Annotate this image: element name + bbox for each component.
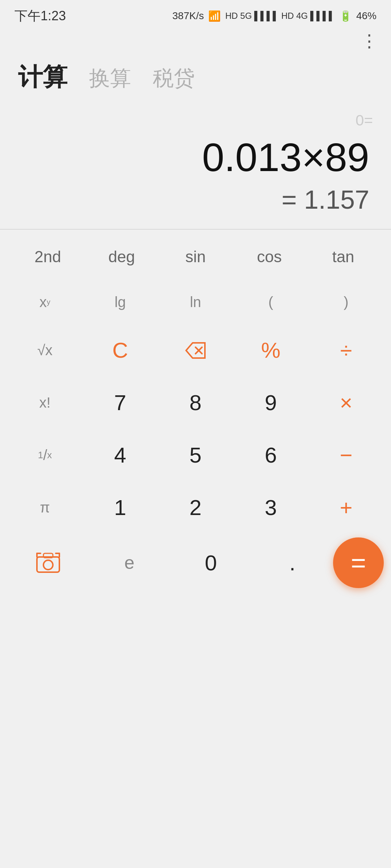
btn-sin[interactable]: sin [159,241,232,273]
btn-plus[interactable]: + [308,481,384,534]
btn-camera[interactable] [7,541,89,584]
btn-cos[interactable]: cos [232,241,306,273]
btn-0[interactable]: 0 [170,540,252,586]
btn-minus[interactable]: − [308,429,384,481]
btn-factorial[interactable]: x! [7,376,83,429]
btn-divide[interactable]: ÷ [308,324,384,376]
last-row: e 0 . = [0,534,391,603]
calc-row-5: π 1 2 3 + [7,481,384,534]
btn-8[interactable]: 8 [158,376,233,429]
btn-deg[interactable]: deg [85,241,159,273]
btn-2[interactable]: 2 [158,481,233,534]
btn-decimal[interactable]: . [252,540,333,586]
btn-tan[interactable]: tan [306,241,380,273]
calc-row-3: x! 7 8 9 × [7,376,384,429]
network-icons: HD 5G ▌▌▌▌ HD 4G ▌▌▌▌ [225,11,335,21]
btn-euler[interactable]: e [89,541,170,584]
btn-clear[interactable]: C [83,324,158,376]
calculator-grid: xy lg ln ( ) √x C % ÷ x! 7 8 9 × 1/x 4 5… [0,280,391,534]
tab-loan[interactable]: 税贷 [153,64,195,93]
more-menu-button[interactable]: ⋮ [361,33,377,50]
display-area: 0= 0.013×89 = 1.157 [0,101,391,222]
btn-open-paren[interactable]: ( [233,280,308,324]
btn-4[interactable]: 4 [83,429,158,481]
result-display: = 1.157 [18,185,373,214]
btn-5[interactable]: 5 [158,429,233,481]
svg-point-3 [43,560,53,570]
battery-icon: 🔋 [339,10,352,22]
battery-percent: 46% [356,10,377,22]
tab-calculate[interactable]: 计算 [18,61,67,94]
menu-bar: ⋮ [0,29,391,54]
status-bar: 下午1:23 387K/s 📶 HD 5G ▌▌▌▌ HD 4G ▌▌▌▌ 🔋 … [0,0,391,29]
tab-convert[interactable]: 换算 [89,64,131,93]
btn-2nd[interactable]: 2nd [11,241,85,273]
btn-delete[interactable] [158,324,233,376]
calc-row-2: √x C % ÷ [7,324,384,376]
divider [0,229,391,230]
scientific-row: 2nd deg sin cos tan [0,233,391,280]
btn-sqrt[interactable]: √x [7,324,83,376]
btn-power[interactable]: xy [7,280,83,324]
bluetooth-icon: 📶 [208,10,221,22]
btn-lg[interactable]: lg [83,280,158,324]
calc-row-1: xy lg ln ( ) [7,280,384,324]
btn-reciprocal[interactable]: 1/x [7,429,83,481]
btn-7[interactable]: 7 [83,376,158,429]
history-display: 0= [356,112,373,129]
btn-close-paren[interactable]: ) [308,280,384,324]
tab-bar: 计算 换算 税贷 [0,54,391,101]
btn-6[interactable]: 6 [233,429,308,481]
status-time: 下午1:23 [14,7,66,25]
btn-multiply[interactable]: × [308,376,384,429]
btn-equals[interactable]: = [333,537,384,588]
main-expression: 0.013×89 [18,133,373,181]
status-icons: 387K/s 📶 HD 5G ▌▌▌▌ HD 4G ▌▌▌▌ 🔋 46% [172,10,377,22]
btn-3[interactable]: 3 [233,481,308,534]
btn-1[interactable]: 1 [83,481,158,534]
btn-9[interactable]: 9 [233,376,308,429]
calc-row-4: 1/x 4 5 6 − [7,429,384,481]
btn-pi[interactable]: π [7,481,83,534]
btn-ln[interactable]: ln [158,280,233,324]
speed-indicator: 387K/s [172,10,204,22]
btn-percent[interactable]: % [233,324,308,376]
